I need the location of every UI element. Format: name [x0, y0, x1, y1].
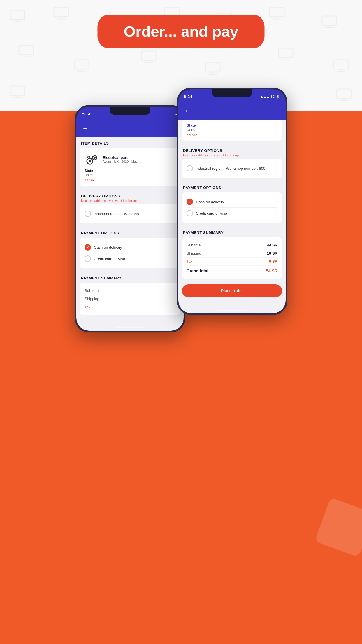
svg-rect-33 — [278, 48, 293, 57]
phone-left: 5:14 ▲ ← ITEM DETAILS — [75, 105, 185, 332]
grand-total-row-right: Grand total 54 SR — [187, 266, 277, 274]
payment-cash-label-left: Cash on delivery — [94, 245, 122, 250]
shipping-row-left: Shipping — [85, 295, 175, 303]
payment-cash-radio-right[interactable] — [187, 199, 193, 205]
state-field-value-right: Used — [187, 127, 277, 132]
item-details-header-left: ITEM DETAILS — [76, 137, 184, 148]
payment-summary-header-left: PAYMENT SUMMARY — [76, 272, 184, 283]
subtotal-value-right: 44 SR — [267, 243, 277, 247]
payment-cash-left[interactable]: Cash on delivery — [85, 242, 175, 253]
back-arrow-right[interactable]: ← — [184, 107, 191, 115]
payment-card-label-right: Credit card or Visa — [196, 211, 227, 216]
item-name-left: Electrical part — [103, 155, 138, 160]
delivery-card-left: industrial region - Worksho... — [80, 204, 180, 223]
delivery-address-right[interactable]: industrial region - Workshop number: 800 — [187, 163, 277, 174]
grand-total-label-right: Grand total — [187, 269, 208, 273]
phones-container: 5:14 ▲ ← ITEM DETAILS — [0, 82, 362, 644]
payment-card-radio-right[interactable] — [187, 210, 193, 216]
delivery-address-label-left: industrial region - Worksho... — [94, 212, 142, 216]
payment-options-header-right: PAYMENT OPTIONS — [178, 181, 286, 192]
delivery-address-left[interactable]: industrial region - Worksho... — [85, 208, 175, 219]
svg-rect-3 — [54, 7, 68, 17]
svg-rect-30 — [205, 63, 220, 72]
svg-rect-36 — [334, 60, 348, 69]
state-value-left: Used — [85, 173, 175, 177]
delivery-radio-left[interactable] — [85, 211, 91, 217]
payment-cash-radio-left[interactable] — [85, 244, 91, 251]
status-time-left: 5:14 — [82, 112, 90, 116]
payment-options-card-left: Cash on delivery Credit card or Visa — [80, 238, 180, 268]
payment-summary-card-right: Sub total 44 SR Shipping 10 SR Tax 0 SR … — [182, 237, 282, 279]
scroll-content-right: State Used 44 SR DELIVERY OPTIONS Unchec… — [178, 120, 286, 313]
svg-rect-18 — [322, 16, 337, 25]
shipping-row-right: Shipping 10 SR — [187, 249, 277, 258]
subtotal-row-right: Sub total 44 SR — [187, 241, 277, 249]
back-arrow-left[interactable]: ← — [82, 125, 89, 132]
payment-cash-label-right: Cash on delivery — [196, 200, 224, 204]
tax-label-right: Tax — [187, 259, 192, 264]
shipping-label-left: Shipping — [85, 297, 99, 301]
scroll-content-left: ITEM DETAILS Electrical — [76, 137, 184, 331]
app-header-right: ← — [178, 102, 286, 120]
state-top-card-right: State Used 44 SR — [182, 120, 282, 141]
notch-left — [110, 107, 150, 115]
tax-value-right: 0 SR — [269, 259, 277, 264]
item-subtitle-left: Acura - ILX - 2020 - blue — [103, 160, 138, 163]
payment-card-right[interactable]: Credit card or Visa — [187, 208, 277, 219]
payment-cash-right[interactable]: Cash on delivery — [187, 196, 277, 208]
header-title: Order... and pay — [124, 23, 238, 40]
delivery-radio-right[interactable] — [187, 165, 193, 172]
item-details-card-left: Electrical part Acura - ILX - 2020 - blu… — [80, 148, 180, 186]
svg-point-49 — [89, 160, 91, 162]
tax-row-left: Tax — [85, 303, 175, 311]
item-info-left: Electrical part Acura - ILX - 2020 - blu… — [103, 155, 138, 163]
subtotal-label-left: Sub total — [85, 288, 99, 293]
shipping-value-right: 10 SR — [267, 251, 277, 256]
item-row-left: Electrical part Acura - ILX - 2020 - blu… — [85, 152, 175, 167]
status-icons-right: ▲▲▲ 3G 🔋 — [260, 95, 280, 99]
item-icon-left — [85, 152, 99, 167]
subtotal-row-left: Sub total — [85, 287, 175, 295]
svg-rect-0 — [10, 10, 25, 20]
shipping-label-right: Shipping — [187, 251, 201, 256]
delivery-address-label-right: industrial region - Workshop number: 800 — [196, 166, 265, 171]
item-price-left: 44 SR — [85, 178, 175, 182]
payment-options-card-right: Cash on delivery Credit card or Visa — [182, 192, 282, 223]
place-order-button[interactable]: Place order — [182, 284, 282, 297]
grand-total-value-right: 54 SR — [266, 269, 277, 273]
svg-point-51 — [94, 157, 96, 159]
subtotal-label-right: Sub total — [187, 243, 201, 247]
state-label-left: State — [85, 169, 175, 173]
home-indicator-right — [217, 310, 247, 311]
state-field-price-right: 44 SR — [187, 133, 277, 137]
state-section-label-right: State — [187, 123, 277, 127]
status-time-right: 5:14 — [184, 94, 192, 99]
tax-label-left: Tax — [85, 305, 90, 309]
svg-rect-27 — [141, 51, 156, 60]
app-header-left: ← — [76, 120, 184, 137]
payment-card-radio-left[interactable] — [85, 256, 91, 262]
payment-options-header-left: PAYMENT OPTIONS — [76, 227, 184, 238]
phone-right: 5:14 ▲▲▲ 3G 🔋 ← State Used 44 SR DELIVER… — [177, 88, 287, 315]
payment-summary-header-right: PAYMENT SUMMARY — [178, 226, 286, 237]
tax-row-right: Tax 0 SR — [187, 258, 277, 266]
delivery-hint-right: Uncheck address if you want to pick up — [183, 153, 281, 157]
svg-point-52 — [88, 156, 90, 158]
payment-card-left[interactable]: Credit card or Visa — [85, 253, 175, 264]
svg-rect-24 — [74, 60, 89, 69]
svg-rect-21 — [19, 45, 34, 55]
payment-summary-card-left: Sub total Shipping Tax — [80, 283, 180, 315]
delivery-hint-left: Uncheck address if you want to pick up — [81, 199, 179, 202]
payment-card-label-left: Credit card or Visa — [94, 257, 125, 261]
home-indicator-left — [115, 327, 145, 328]
delivery-card-right: industrial region - Workshop number: 800 — [182, 159, 282, 178]
notch-right — [212, 89, 252, 97]
item-state-left: State Used 44 SR — [85, 169, 175, 182]
svg-rect-15 — [270, 7, 284, 17]
header-banner: Order... and pay — [97, 15, 264, 48]
